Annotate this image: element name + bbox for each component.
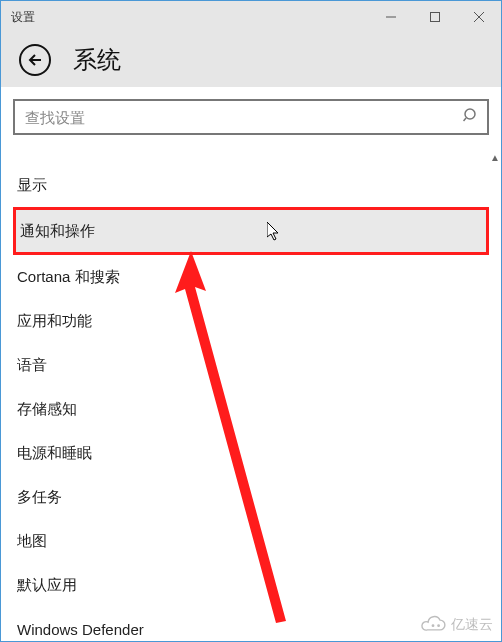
back-button[interactable]: [19, 44, 51, 76]
list-item-label: Windows Defender: [17, 621, 144, 638]
svg-line-6: [464, 118, 467, 121]
list-item-label: 存储感知: [17, 400, 77, 419]
content: 显示通知和操作Cortana 和搜索应用和功能语音存储感知电源和睡眠多任务地图默…: [1, 87, 501, 641]
list-item-label: 语音: [17, 356, 47, 375]
list-item[interactable]: Windows Defender: [13, 607, 489, 641]
list-item[interactable]: 电源和睡眠: [13, 431, 489, 475]
search-icon[interactable]: [463, 107, 479, 127]
svg-rect-1: [431, 13, 440, 22]
list-item[interactable]: 通知和操作: [13, 207, 489, 255]
titlebar: 设置: [1, 1, 501, 33]
search-input[interactable]: [13, 99, 489, 135]
arrow-left-icon: [27, 52, 43, 68]
list-item[interactable]: 多任务: [13, 475, 489, 519]
header: 系统: [1, 33, 501, 87]
list-item-label: 多任务: [17, 488, 62, 507]
list-item-label: 地图: [17, 532, 47, 551]
window-title: 设置: [11, 9, 35, 26]
minimize-button[interactable]: [369, 1, 413, 33]
settings-window: 设置 系统 显示: [0, 0, 502, 642]
maximize-icon: [429, 11, 441, 23]
svg-point-5: [465, 109, 475, 119]
list-item[interactable]: Cortana 和搜索: [13, 255, 489, 299]
list-item[interactable]: 地图: [13, 519, 489, 563]
settings-list: 显示通知和操作Cortana 和搜索应用和功能语音存储感知电源和睡眠多任务地图默…: [13, 163, 489, 641]
list-item-label: 默认应用: [17, 576, 77, 595]
list-item-label: 应用和功能: [17, 312, 92, 331]
list-item-label: 电源和睡眠: [17, 444, 92, 463]
list-item[interactable]: 默认应用: [13, 563, 489, 607]
scroll-up-icon[interactable]: ▲: [489, 149, 501, 165]
scrollbar[interactable]: ▲: [489, 149, 501, 629]
list-item[interactable]: 存储感知: [13, 387, 489, 431]
list-item[interactable]: 应用和功能: [13, 299, 489, 343]
page-title: 系统: [73, 44, 121, 76]
minimize-icon: [385, 11, 397, 23]
list-item[interactable]: 显示: [13, 163, 489, 207]
maximize-button[interactable]: [413, 1, 457, 33]
list-item-label: Cortana 和搜索: [17, 268, 120, 287]
list-item[interactable]: 语音: [13, 343, 489, 387]
list-item-label: 通知和操作: [20, 222, 95, 241]
close-button[interactable]: [457, 1, 501, 33]
close-icon: [473, 11, 485, 23]
list-item-label: 显示: [17, 176, 47, 195]
search-wrap: [13, 99, 489, 135]
